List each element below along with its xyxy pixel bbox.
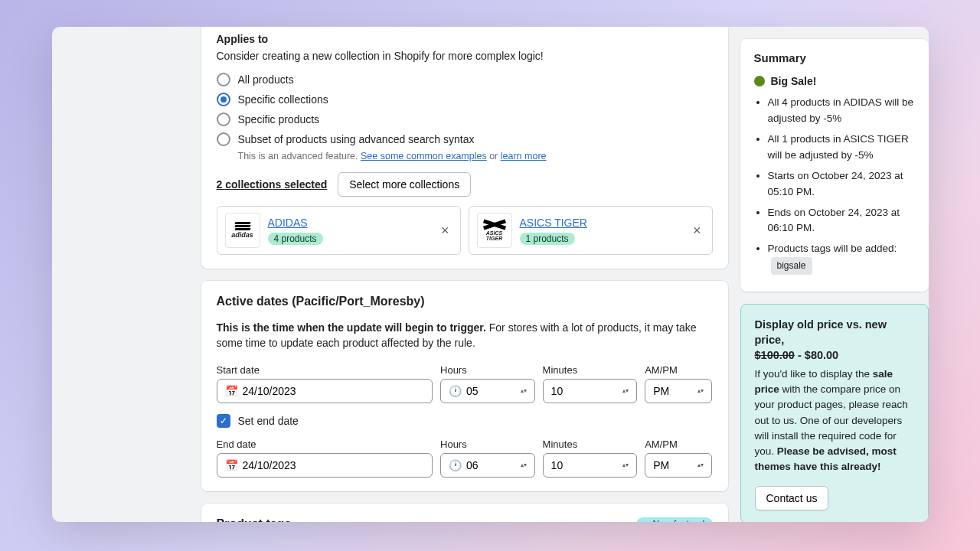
advanced-note-text: This is an advanced feature. bbox=[238, 151, 358, 161]
end-hours-field[interactable] bbox=[466, 459, 516, 471]
collection-card-asics: ASICS TIGER ASICS TIGER 1 products × bbox=[469, 206, 713, 255]
price-display-info-card: Display old price vs. new price, $100.00… bbox=[740, 304, 929, 522]
new-price: $80.00 bbox=[805, 349, 838, 361]
radio-label: All products bbox=[238, 73, 294, 86]
calendar-icon: 📅 bbox=[225, 459, 238, 471]
start-date-row: Start date 📅 Hours 🕐 ▴▾ Minutes bbox=[217, 364, 713, 403]
learn-more-link[interactable]: learn more bbox=[501, 151, 547, 161]
or-text: or bbox=[489, 151, 498, 161]
calendar-icon: 📅 bbox=[225, 385, 238, 397]
collection-name-link[interactable]: ADIDAS bbox=[268, 217, 430, 229]
active-dates-bold: This is the time when the update will be… bbox=[217, 321, 486, 334]
info-body-1: If you'd like to display the bbox=[755, 368, 873, 380]
summary-title: Summary bbox=[754, 51, 915, 64]
main-column: Applies to Consider creating a new colle… bbox=[201, 27, 740, 522]
collections-selected-count[interactable]: 2 collections selected bbox=[217, 178, 328, 191]
old-price: $100.00 bbox=[755, 349, 795, 361]
collection-name-link[interactable]: ASICS TIGER bbox=[520, 217, 682, 229]
active-dates-desc: This is the time when the update will be… bbox=[217, 321, 713, 350]
applies-to-help: Consider creating a new collection in Sh… bbox=[217, 50, 713, 62]
start-date-input[interactable]: 📅 bbox=[217, 379, 433, 403]
collection-card-adidas: adidas ADIDAS 4 products × bbox=[217, 206, 461, 255]
tag-chip: bigsale bbox=[771, 257, 812, 275]
select-more-collections-button[interactable]: Select more collections bbox=[338, 172, 471, 197]
end-ampm-input[interactable]: ▴▾ bbox=[645, 453, 712, 478]
info-title: Display old price vs. new price, $100.00… bbox=[755, 317, 914, 364]
ampm-label: AM/PM bbox=[645, 439, 712, 450]
examples-link[interactable]: See some common examples bbox=[361, 151, 487, 161]
product-tags-card: Product tags New feature! You can use th… bbox=[201, 504, 728, 522]
radio-specific-collections[interactable]: Specific collections bbox=[217, 93, 713, 106]
clock-icon: 🕐 bbox=[449, 385, 462, 397]
radio-all-products[interactable]: All products bbox=[217, 73, 713, 86]
collection-info: ADIDAS 4 products bbox=[268, 217, 430, 245]
start-minutes-input[interactable]: ▴▾ bbox=[543, 379, 638, 403]
hours-label: Hours bbox=[440, 364, 535, 376]
side-column: Summary Big Sale! All 4 products in ADID… bbox=[740, 27, 929, 522]
advanced-note: This is an advanced feature. See some co… bbox=[238, 151, 713, 161]
start-minutes-field[interactable] bbox=[551, 385, 619, 397]
selection-row: 2 collections selected Select more colle… bbox=[217, 172, 713, 197]
summary-item: Starts on October 24, 2023 at 05:10 PM. bbox=[768, 168, 915, 201]
radio-icon bbox=[217, 112, 230, 126]
start-hours-field[interactable] bbox=[466, 385, 516, 397]
summary-list: All 4 products in ADIDAS will be adjuste… bbox=[754, 95, 915, 275]
applies-to-card: Applies to Consider creating a new colle… bbox=[201, 27, 728, 269]
end-date-label: End date bbox=[217, 439, 433, 450]
radio-specific-products[interactable]: Specific products bbox=[217, 112, 713, 126]
new-feature-badge: New feature! bbox=[636, 517, 712, 522]
set-end-date-checkbox[interactable]: ✓ Set end date bbox=[217, 414, 713, 428]
collection-thumb: ASICS TIGER bbox=[477, 213, 512, 248]
start-hours-input[interactable]: 🕐 ▴▾ bbox=[440, 379, 535, 403]
start-date-field[interactable] bbox=[243, 385, 425, 397]
status-dot-icon bbox=[754, 76, 765, 86]
radio-icon bbox=[217, 132, 230, 146]
active-dates-card: Active dates (Pacific/Port_Moresby) This… bbox=[201, 281, 728, 491]
price-sep: - bbox=[795, 349, 805, 361]
clock-icon: 🕐 bbox=[449, 459, 462, 471]
radio-icon bbox=[217, 73, 230, 86]
contact-us-button[interactable]: Contact us bbox=[755, 486, 829, 510]
remove-collection-button[interactable]: × bbox=[690, 220, 704, 240]
radio-label: Specific products bbox=[238, 113, 320, 126]
collection-thumb: adidas bbox=[225, 213, 260, 248]
rule-name: Big Sale! bbox=[771, 75, 817, 87]
radio-label: Subset of products using advanced search… bbox=[238, 133, 475, 145]
rule-status-row: Big Sale! bbox=[754, 75, 915, 87]
collections-grid: adidas ADIDAS 4 products × ASICS TIGER A… bbox=[217, 206, 713, 255]
info-body: If you'd like to display the sale price … bbox=[755, 367, 914, 475]
end-ampm-field[interactable] bbox=[653, 459, 693, 471]
applies-to-title: Applies to bbox=[217, 33, 713, 45]
start-ampm-input[interactable]: ▴▾ bbox=[645, 379, 712, 403]
minutes-label: Minutes bbox=[543, 364, 638, 376]
product-count-badge: 1 products bbox=[520, 233, 575, 245]
hours-label: Hours bbox=[440, 439, 535, 450]
app-window: Applies to Consider creating a new colle… bbox=[52, 27, 929, 522]
summary-item: Ends on October 24, 2023 at 06:10 PM. bbox=[768, 205, 915, 237]
summary-item: All 4 products in ADIDAS will be adjuste… bbox=[768, 95, 915, 127]
info-title-line1: Display old price vs. new price, bbox=[755, 318, 887, 346]
product-count-badge: 4 products bbox=[268, 233, 323, 245]
radio-advanced-search[interactable]: Subset of products using advanced search… bbox=[217, 132, 713, 146]
start-ampm-field[interactable] bbox=[653, 385, 693, 397]
active-dates-title: Active dates (Pacific/Port_Moresby) bbox=[217, 295, 713, 308]
summary-item: Products tags will be added: bigsale bbox=[768, 241, 915, 275]
set-end-date-label: Set end date bbox=[238, 415, 299, 427]
radio-icon bbox=[217, 93, 230, 106]
collection-info: ASICS TIGER 1 products bbox=[520, 217, 682, 245]
end-hours-input[interactable]: 🕐 ▴▾ bbox=[440, 453, 535, 478]
end-date-field[interactable] bbox=[243, 459, 425, 471]
end-minutes-input[interactable]: ▴▾ bbox=[543, 453, 638, 478]
end-minutes-field[interactable] bbox=[551, 459, 619, 471]
product-tags-title: Product tags bbox=[217, 517, 292, 522]
start-date-label: Start date bbox=[217, 364, 433, 376]
remove-collection-button[interactable]: × bbox=[438, 220, 452, 240]
summary-item: All 1 products in ASICS TIGER will be ad… bbox=[768, 132, 915, 164]
summary-tags-text: Products tags will be added: bbox=[768, 243, 897, 254]
end-date-input[interactable]: 📅 bbox=[217, 453, 433, 478]
minutes-label: Minutes bbox=[543, 439, 638, 450]
radio-label: Specific collections bbox=[238, 93, 328, 106]
summary-card: Summary Big Sale! All 4 products in ADID… bbox=[740, 39, 929, 292]
end-date-row: End date 📅 Hours 🕐 ▴▾ Minutes bbox=[217, 439, 713, 478]
ampm-label: AM/PM bbox=[645, 364, 712, 376]
